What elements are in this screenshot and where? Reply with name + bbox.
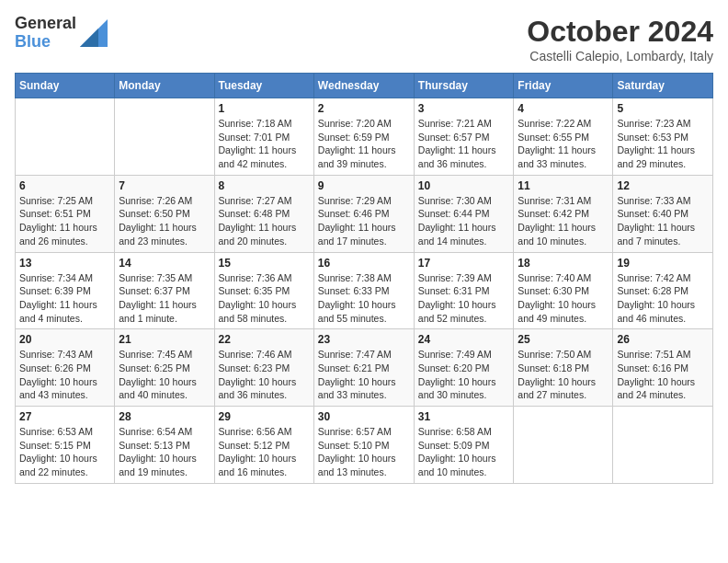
day-number: 18 [518, 257, 609, 270]
calendar-cell: 16Sunrise: 7:38 AMSunset: 6:33 PMDayligh… [313, 252, 414, 329]
day-info: Sunrise: 7:20 AMSunset: 6:59 PMDaylight:… [318, 117, 410, 171]
day-number: 27 [19, 410, 110, 423]
day-info: Sunrise: 7:45 AMSunset: 6:25 PMDaylight:… [119, 348, 210, 402]
day-info: Sunrise: 7:50 AMSunset: 6:18 PMDaylight:… [518, 348, 609, 402]
day-number: 30 [318, 410, 410, 423]
calendar-cell: 18Sunrise: 7:40 AMSunset: 6:30 PMDayligh… [514, 252, 613, 329]
day-number: 5 [617, 102, 709, 115]
logo: General Blue [15, 15, 108, 52]
weekday-header-row: SundayMondayTuesdayWednesdayThursdayFrid… [16, 74, 713, 98]
calendar-cell: 14Sunrise: 7:35 AMSunset: 6:37 PMDayligh… [115, 252, 214, 329]
day-info: Sunrise: 7:43 AMSunset: 6:26 PMDaylight:… [19, 348, 110, 402]
calendar-cell: 29Sunrise: 6:56 AMSunset: 5:12 PMDayligh… [214, 407, 313, 484]
calendar-cell [613, 407, 713, 484]
day-number: 12 [617, 179, 709, 192]
calendar-cell: 26Sunrise: 7:51 AMSunset: 6:16 PMDayligh… [613, 329, 713, 407]
logo-icon [80, 19, 108, 47]
calendar: SundayMondayTuesdayWednesdayThursdayFrid… [15, 73, 713, 484]
day-info: Sunrise: 7:18 AMSunset: 7:01 PMDaylight:… [219, 117, 310, 171]
day-info: Sunrise: 7:22 AMSunset: 6:55 PMDaylight:… [518, 117, 609, 171]
calendar-cell: 20Sunrise: 7:43 AMSunset: 6:26 PMDayligh… [16, 329, 115, 407]
day-number: 22 [219, 333, 310, 346]
weekday-header-friday: Friday [514, 74, 613, 98]
day-number: 6 [19, 179, 110, 192]
day-info: Sunrise: 7:42 AMSunset: 6:28 PMDaylight:… [617, 271, 709, 326]
calendar-week-4: 20Sunrise: 7:43 AMSunset: 6:26 PMDayligh… [16, 329, 713, 407]
day-info: Sunrise: 7:29 AMSunset: 6:46 PMDaylight:… [318, 194, 410, 248]
day-number: 23 [318, 333, 410, 346]
day-info: Sunrise: 7:26 AMSunset: 6:50 PMDaylight:… [119, 194, 210, 248]
day-number: 15 [219, 257, 310, 270]
calendar-cell: 25Sunrise: 7:50 AMSunset: 6:18 PMDayligh… [514, 329, 613, 407]
day-info: Sunrise: 7:36 AMSunset: 6:35 PMDaylight:… [219, 271, 310, 326]
calendar-cell: 10Sunrise: 7:30 AMSunset: 6:44 PMDayligh… [414, 175, 514, 252]
calendar-week-5: 27Sunrise: 6:53 AMSunset: 5:15 PMDayligh… [16, 407, 713, 484]
calendar-cell: 15Sunrise: 7:36 AMSunset: 6:35 PMDayligh… [214, 252, 313, 329]
weekday-header-wednesday: Wednesday [313, 74, 414, 98]
month-title: October 2024 [527, 15, 713, 49]
calendar-cell: 21Sunrise: 7:45 AMSunset: 6:25 PMDayligh… [115, 329, 214, 407]
title-section: October 2024 Castelli Calepio, Lombardy,… [527, 15, 713, 63]
day-info: Sunrise: 7:33 AMSunset: 6:40 PMDaylight:… [617, 194, 709, 248]
weekday-header-tuesday: Tuesday [214, 74, 313, 98]
logo-blue-text: Blue [15, 33, 76, 52]
logo-general-text: General [15, 15, 76, 33]
calendar-week-1: 1Sunrise: 7:18 AMSunset: 7:01 PMDaylight… [16, 98, 713, 176]
calendar-cell: 3Sunrise: 7:21 AMSunset: 6:57 PMDaylight… [414, 98, 514, 176]
calendar-cell: 22Sunrise: 7:46 AMSunset: 6:23 PMDayligh… [214, 329, 313, 407]
calendar-cell: 28Sunrise: 6:54 AMSunset: 5:13 PMDayligh… [115, 407, 214, 484]
calendar-cell: 11Sunrise: 7:31 AMSunset: 6:42 PMDayligh… [514, 175, 613, 252]
calendar-cell [514, 407, 613, 484]
day-number: 3 [418, 102, 510, 115]
day-number: 7 [119, 179, 210, 192]
day-info: Sunrise: 7:34 AMSunset: 6:39 PMDaylight:… [19, 271, 110, 326]
calendar-cell: 23Sunrise: 7:47 AMSunset: 6:21 PMDayligh… [313, 329, 414, 407]
day-info: Sunrise: 7:35 AMSunset: 6:37 PMDaylight:… [119, 271, 210, 326]
weekday-header-sunday: Sunday [16, 74, 115, 98]
calendar-cell: 2Sunrise: 7:20 AMSunset: 6:59 PMDaylight… [313, 98, 414, 176]
calendar-week-3: 13Sunrise: 7:34 AMSunset: 6:39 PMDayligh… [16, 252, 713, 329]
weekday-header-monday: Monday [115, 74, 214, 98]
calendar-cell: 6Sunrise: 7:25 AMSunset: 6:51 PMDaylight… [16, 175, 115, 252]
calendar-cell: 1Sunrise: 7:18 AMSunset: 7:01 PMDaylight… [214, 98, 313, 176]
svg-marker-1 [80, 29, 98, 47]
calendar-cell [16, 98, 115, 176]
calendar-cell: 5Sunrise: 7:23 AMSunset: 6:53 PMDaylight… [613, 98, 713, 176]
day-number: 10 [418, 179, 510, 192]
day-info: Sunrise: 7:38 AMSunset: 6:33 PMDaylight:… [318, 271, 410, 326]
day-number: 8 [219, 179, 310, 192]
day-info: Sunrise: 6:54 AMSunset: 5:13 PMDaylight:… [119, 425, 210, 479]
day-info: Sunrise: 7:39 AMSunset: 6:31 PMDaylight:… [418, 271, 510, 326]
location: Castelli Calepio, Lombardy, Italy [527, 49, 713, 63]
calendar-cell: 17Sunrise: 7:39 AMSunset: 6:31 PMDayligh… [414, 252, 514, 329]
day-info: Sunrise: 7:31 AMSunset: 6:42 PMDaylight:… [518, 194, 609, 248]
day-number: 28 [119, 410, 210, 423]
day-info: Sunrise: 7:47 AMSunset: 6:21 PMDaylight:… [318, 348, 410, 402]
calendar-cell: 24Sunrise: 7:49 AMSunset: 6:20 PMDayligh… [414, 329, 514, 407]
day-number: 11 [518, 179, 609, 192]
day-number: 19 [617, 257, 709, 270]
day-info: Sunrise: 7:46 AMSunset: 6:23 PMDaylight:… [219, 348, 310, 402]
calendar-cell: 9Sunrise: 7:29 AMSunset: 6:46 PMDaylight… [313, 175, 414, 252]
weekday-header-thursday: Thursday [414, 74, 514, 98]
weekday-header-saturday: Saturday [613, 74, 713, 98]
day-number: 4 [518, 102, 609, 115]
day-number: 20 [19, 333, 110, 346]
day-number: 14 [119, 257, 210, 270]
calendar-week-2: 6Sunrise: 7:25 AMSunset: 6:51 PMDaylight… [16, 175, 713, 252]
day-number: 29 [219, 410, 310, 423]
day-number: 9 [318, 179, 410, 192]
day-info: Sunrise: 7:51 AMSunset: 6:16 PMDaylight:… [617, 348, 709, 402]
calendar-body: 1Sunrise: 7:18 AMSunset: 7:01 PMDaylight… [16, 98, 713, 484]
day-info: Sunrise: 6:58 AMSunset: 5:09 PMDaylight:… [418, 425, 510, 479]
calendar-cell [115, 98, 214, 176]
day-number: 1 [219, 102, 310, 115]
day-number: 2 [318, 102, 410, 115]
day-info: Sunrise: 6:56 AMSunset: 5:12 PMDaylight:… [219, 425, 310, 479]
calendar-cell: 27Sunrise: 6:53 AMSunset: 5:15 PMDayligh… [16, 407, 115, 484]
day-number: 21 [119, 333, 210, 346]
day-info: Sunrise: 7:30 AMSunset: 6:44 PMDaylight:… [418, 194, 510, 248]
day-info: Sunrise: 7:21 AMSunset: 6:57 PMDaylight:… [418, 117, 510, 171]
day-info: Sunrise: 7:23 AMSunset: 6:53 PMDaylight:… [617, 117, 709, 171]
day-number: 24 [418, 333, 510, 346]
